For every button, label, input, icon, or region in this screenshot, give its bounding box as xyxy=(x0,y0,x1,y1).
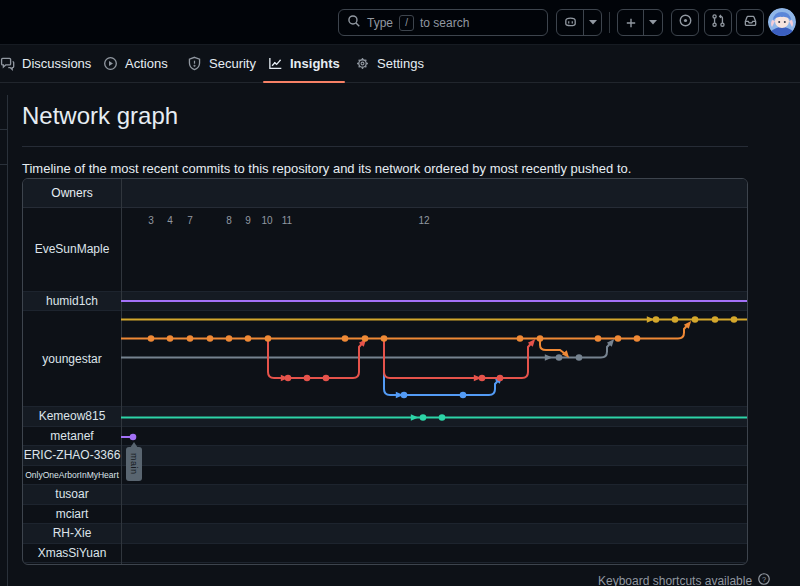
inbox-button[interactable] xyxy=(736,9,764,36)
tab-actions[interactable]: Actions xyxy=(103,45,168,82)
comment-discussion-icon xyxy=(0,56,15,71)
tab-label: Actions xyxy=(125,56,168,71)
keyboard-shortcuts-hint[interactable]: Keyboard shortcuts available ? xyxy=(598,572,771,586)
top-bar: Type / to search xyxy=(0,0,800,45)
title-divider xyxy=(22,146,748,147)
search-placeholder-suffix: to search xyxy=(420,16,469,30)
copilot-icon xyxy=(557,10,583,35)
slash-key-hint: / xyxy=(399,15,414,31)
tab-label: Security xyxy=(209,56,256,71)
create-new-button[interactable] xyxy=(617,9,663,36)
sidebar-item-border-top xyxy=(0,129,8,130)
commit-graph[interactable] xyxy=(23,179,748,565)
network-graph-table: Owners EveSunMaplehumid1chyoungestarKeme… xyxy=(22,178,748,565)
tab-label: Discussions xyxy=(22,56,91,71)
copilot-button[interactable] xyxy=(556,9,602,36)
repo-tab-bar: DiscussionsActionsSecurityInsightsSettin… xyxy=(0,45,800,83)
gear-icon xyxy=(355,56,370,71)
branch-tag-label: main xyxy=(129,453,139,475)
avatar[interactable] xyxy=(768,8,796,36)
issue-opened-icon xyxy=(678,13,693,32)
topbar-separator xyxy=(609,12,610,33)
tab-security[interactable]: Security xyxy=(187,45,256,82)
play-icon xyxy=(103,56,118,71)
tab-settings[interactable]: Settings xyxy=(355,45,424,82)
git-pull-request-icon xyxy=(711,13,726,32)
page-title: Network graph xyxy=(22,102,748,130)
create-new-caret[interactable] xyxy=(643,10,662,35)
active-tab-underline xyxy=(263,81,345,83)
search-input[interactable]: Type / to search xyxy=(338,9,548,36)
page-description: Timeline of the most recent commits to t… xyxy=(22,161,748,176)
sidebar-item-border-bottom xyxy=(0,164,8,165)
svg-text:?: ? xyxy=(762,575,766,584)
tab-insights[interactable]: Insights xyxy=(268,45,340,82)
issues-button[interactable] xyxy=(671,9,699,36)
shield-icon xyxy=(187,56,202,71)
tab-label: Settings xyxy=(377,56,424,71)
pull-requests-button[interactable] xyxy=(704,9,732,36)
keyboard-shortcuts-text: Keyboard shortcuts available xyxy=(598,574,752,586)
graph-icon xyxy=(268,56,283,71)
question-circle-icon: ? xyxy=(757,572,771,586)
search-icon xyxy=(347,14,361,31)
main-content: Network graph Timeline of the most recen… xyxy=(22,95,748,176)
tab-discussions[interactable]: Discussions xyxy=(0,45,91,82)
sidebar-edge xyxy=(7,95,8,586)
search-placeholder-prefix: Type xyxy=(367,16,393,30)
plus-icon xyxy=(618,10,643,35)
branch-tag-main: main xyxy=(126,447,142,481)
tab-label: Insights xyxy=(290,56,340,71)
copilot-caret[interactable] xyxy=(583,10,601,35)
inbox-icon xyxy=(743,13,758,32)
